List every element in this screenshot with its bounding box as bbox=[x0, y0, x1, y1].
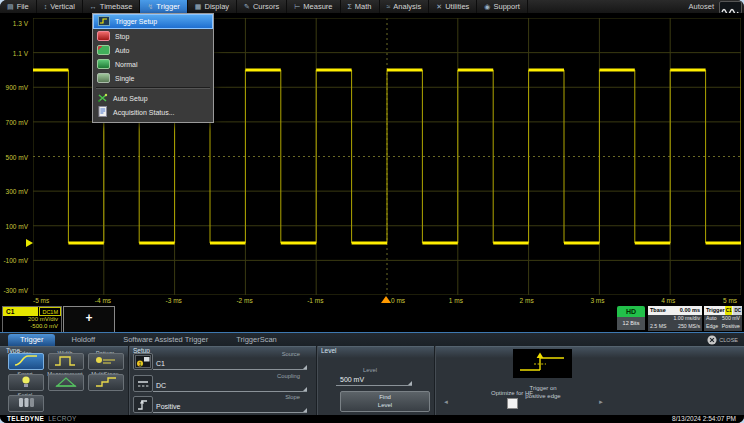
menu-item-label: Utilities bbox=[445, 0, 469, 13]
scroll-right-icon[interactable]: ► bbox=[598, 399, 604, 405]
channel-offset-marker[interactable] bbox=[26, 239, 33, 247]
x-axis-label: -2 ms bbox=[236, 297, 252, 304]
trigger-slope: Positive bbox=[722, 323, 740, 331]
menu-item-analysis[interactable]: ≈Analysis bbox=[380, 0, 430, 13]
bits-label: 12 Bits bbox=[617, 317, 645, 330]
coupling-select[interactable]: DC bbox=[156, 382, 166, 389]
acquisition-status-icon bbox=[97, 106, 108, 118]
channel-coupling-badge: DC1M bbox=[39, 307, 61, 316]
trigger-menu-item-normal[interactable]: Normal bbox=[93, 57, 213, 71]
slope-icon bbox=[133, 396, 153, 413]
x-axis-label: -1 ms bbox=[307, 297, 323, 304]
menu-bar: ▤File↕Vertical↔Timebase↯Trigger▦Display✎… bbox=[0, 0, 744, 13]
menu-item-trigger[interactable]: ↯Trigger bbox=[140, 0, 187, 13]
menu-item-display[interactable]: ▦Display bbox=[188, 0, 237, 13]
trigger-type-edge-button[interactable] bbox=[8, 353, 44, 370]
close-label: CLOSE bbox=[719, 337, 738, 343]
trigger-menu-item-stop[interactable]: Stop bbox=[93, 29, 213, 43]
tab-triggerscan[interactable]: TriggerScan bbox=[224, 334, 289, 346]
level-input[interactable]: 500 mV bbox=[340, 376, 364, 383]
menu-item-measure[interactable]: ⊢Measure bbox=[287, 0, 340, 13]
tab-software-assisted-trigger[interactable]: Software Assisted Trigger bbox=[111, 334, 220, 346]
width-trigger-icon bbox=[51, 353, 81, 371]
section-divider bbox=[434, 346, 436, 416]
scroll-left-icon[interactable]: ◄ bbox=[443, 399, 449, 405]
menu-item-support[interactable]: ◉Support bbox=[477, 0, 527, 13]
trigger-dropdown-menu: Trigger SetupStopAutoNormalSingleAuto Se… bbox=[92, 13, 214, 123]
trigger-menu-item-auto[interactable]: Auto bbox=[93, 43, 213, 57]
brand-lecroy: LECROY bbox=[48, 415, 77, 422]
y-axis-label: 900 mV bbox=[0, 84, 30, 91]
coupling-field-label: Coupling bbox=[240, 373, 300, 379]
trigger-type-pattern-button[interactable] bbox=[88, 353, 124, 370]
add-trace-box[interactable]: + bbox=[63, 306, 115, 333]
channel-name: C1 bbox=[3, 307, 38, 316]
menu-item-label: Auto Setup bbox=[113, 95, 148, 102]
dialog-close-button[interactable]: CLOSE bbox=[707, 335, 738, 345]
source-underline bbox=[153, 369, 307, 370]
menu-separator bbox=[96, 87, 210, 89]
cursors-icon: ✎ bbox=[244, 0, 250, 13]
menu-item-label: Math bbox=[355, 0, 372, 13]
trigger-type-serial-button[interactable] bbox=[8, 395, 44, 412]
math-icon: Σ bbox=[348, 0, 352, 13]
analysis-icon: ≈ bbox=[387, 0, 391, 13]
measurement-trigger-icon bbox=[51, 374, 81, 392]
acquisition-mode-box[interactable]: HD 12 Bits bbox=[617, 306, 645, 331]
trigger-type-width-button[interactable] bbox=[48, 353, 84, 370]
trigger-descriptor[interactable]: Trigger C1 DC Auto500 mV EdgePositive bbox=[704, 306, 742, 331]
tab-holdoff[interactable]: Holdoff bbox=[59, 334, 107, 346]
trigger-menu-item-trigger-setup[interactable]: Trigger Setup bbox=[93, 14, 213, 29]
menu-item-label: Display bbox=[204, 0, 229, 13]
autoset-button[interactable]: Autoset bbox=[685, 0, 718, 13]
trigger-icon: ↯ bbox=[147, 0, 153, 13]
menu-item-timebase[interactable]: ↔Timebase bbox=[83, 0, 141, 13]
svg-text:1: 1 bbox=[138, 361, 141, 367]
dropdown-corner-icon bbox=[408, 381, 412, 385]
trigger-type-multistage-button[interactable] bbox=[88, 374, 124, 391]
menu-item-vertical[interactable]: ↕Vertical bbox=[37, 0, 83, 13]
menu-item-cursors[interactable]: ✎Cursors bbox=[237, 0, 287, 13]
x-axis-label: -5 ms bbox=[33, 297, 49, 304]
trigger-coupling-badge: DC bbox=[733, 306, 742, 315]
find-level-button[interactable]: Find Level bbox=[340, 391, 430, 412]
teledyne-lecroy-brand: TELEDYNE LECROY bbox=[7, 415, 77, 422]
menu-item-label: Single bbox=[115, 75, 134, 82]
trigger-label: Trigger bbox=[706, 306, 725, 315]
display-icon: ▦ bbox=[195, 0, 202, 13]
tab-trigger[interactable]: Trigger bbox=[8, 334, 55, 346]
serial-trigger-icon bbox=[11, 395, 41, 413]
trigger-type-smart-button[interactable] bbox=[8, 374, 44, 391]
find-level-line2: Level bbox=[341, 401, 429, 409]
menu-item-utilities[interactable]: ✕Utilities bbox=[429, 0, 477, 13]
y-axis-label: 1.1 V bbox=[0, 50, 30, 57]
menu-item-label: Normal bbox=[115, 61, 138, 68]
channel-offset: -500.0 mV bbox=[3, 323, 61, 330]
pattern-trigger-icon bbox=[91, 353, 121, 371]
slope-select[interactable]: Positive bbox=[156, 403, 181, 410]
trigger-menu-item-acquisition-status[interactable]: Acquisition Status... bbox=[93, 105, 213, 119]
trigger-level: 500 mV bbox=[722, 315, 740, 323]
multistage-trigger-icon bbox=[91, 374, 121, 392]
timebase-delay: 0.00 ms bbox=[680, 306, 700, 315]
trigger-menu-item-auto-setup[interactable]: Auto Setup bbox=[93, 91, 213, 105]
x-axis-label: 5 ms bbox=[723, 297, 737, 304]
trigger-menu-item-single[interactable]: Single bbox=[93, 71, 213, 85]
menu-item-file[interactable]: ▤File bbox=[0, 0, 37, 13]
trigger-time-marker[interactable] bbox=[381, 296, 391, 303]
oscilloscope-screen: ▤File↕Vertical↔Timebase↯Trigger▦Display✎… bbox=[0, 0, 744, 423]
optimize-hf-checkbox[interactable] bbox=[507, 398, 518, 409]
channel-c1-descriptor[interactable]: C1 DC1M 200 mV/div -500.0 mV bbox=[2, 306, 62, 333]
brand-teledyne: TELEDYNE bbox=[7, 415, 44, 422]
menu-item-math[interactable]: ΣMath bbox=[341, 0, 380, 13]
y-axis-label: -300 mV bbox=[0, 287, 30, 294]
slope-underline bbox=[153, 412, 307, 413]
trigger-type-measurement-button[interactable] bbox=[48, 374, 84, 391]
trigger-source-badge: C1 bbox=[725, 306, 733, 315]
menu-item-label: Timebase bbox=[100, 0, 133, 13]
trigger-mode: Auto bbox=[706, 315, 717, 323]
source-select[interactable]: C1 bbox=[156, 360, 165, 367]
timebase-descriptor[interactable]: Tbase 0.00 ms 1.00 ms/div 2.5 MS250 MS/s bbox=[648, 306, 702, 331]
status-bar: TELEDYNE LECROY 8/13/2024 2:54:07 PM bbox=[0, 415, 744, 423]
level-section-title: Level bbox=[321, 347, 337, 354]
